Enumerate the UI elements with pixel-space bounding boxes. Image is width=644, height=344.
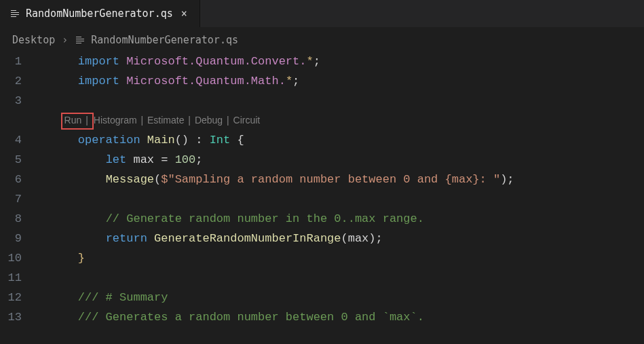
breadcrumb-file[interactable]: RandomNumberGenerator.qs [75, 34, 238, 46]
line-number: 2 [0, 71, 33, 91]
editor-body: 1 import Microsoft.Quantum.Convert.*; 2 … [0, 52, 644, 327]
breadcrumb: Desktop › RandomNumberGenerator.qs [0, 27, 644, 52]
line-number: 6 [0, 170, 33, 189]
code-lens-run[interactable]: Run [64, 115, 82, 126]
tab-bar: RandomNumberGenerator.qs × [0, 0, 644, 27]
tab-filename: RandomNumberGenerator.qs [26, 7, 173, 20]
line-number: 8 [0, 209, 33, 229]
qs-file-icon [10, 8, 20, 19]
code-lens-debug[interactable]: Debug [195, 115, 223, 126]
code-lens-circuit[interactable]: Circuit [233, 115, 261, 126]
line-number: 7 [0, 189, 33, 209]
line-number: 13 [0, 307, 33, 327]
code-lens-estimate[interactable]: Estimate [147, 115, 184, 126]
code-lens: Run |Histogram | Estimate | Debug | Circ… [50, 111, 644, 130]
line-number: 12 [0, 288, 33, 307]
line-number: 4 [0, 130, 33, 150]
close-icon[interactable]: × [178, 6, 190, 21]
chevron-right-icon: › [62, 34, 68, 46]
line-number: 11 [0, 268, 33, 288]
qs-file-icon [75, 35, 86, 45]
line-number: 3 [0, 91, 33, 111]
code-editor[interactable]: 1 import Microsoft.Quantum.Convert.*; 2 … [0, 52, 644, 327]
breadcrumb-folder[interactable]: Desktop [12, 34, 55, 46]
line-number: 10 [0, 248, 33, 268]
code-lens-histogram[interactable]: Histogram [94, 115, 137, 126]
editor-tab[interactable]: RandomNumberGenerator.qs × [0, 0, 200, 27]
line-number: 5 [0, 150, 33, 170]
line-number: 9 [0, 229, 33, 248]
line-number: 1 [0, 52, 33, 71]
code-lens-run-highlight: Run | [61, 113, 94, 130]
